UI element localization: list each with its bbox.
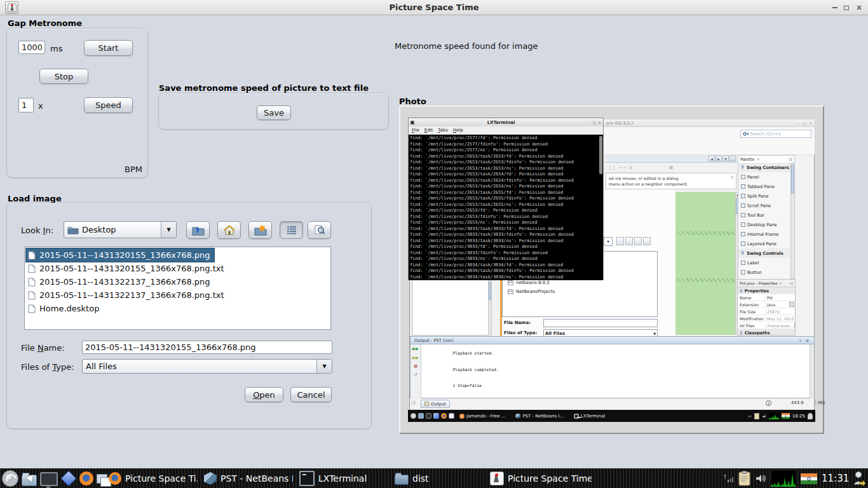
- photo-kite-icon: [433, 413, 439, 419]
- metronome-status-label: Metronome speed found for image: [395, 41, 538, 51]
- photo-desktop-icon: [426, 413, 431, 419]
- speed-button[interactable]: Speed: [84, 97, 133, 113]
- stop-button[interactable]: Stop: [39, 69, 88, 84]
- photo-clipboard-icon: [754, 413, 759, 419]
- photo-output-panel: Output - PST (run)× ⊕ ▶▶ ▶▶ ■ ↺ Playback…: [410, 336, 815, 398]
- firefox-launcher-icon[interactable]: [79, 471, 93, 485]
- clock[interactable]: 11:31: [822, 473, 848, 484]
- file-icon: [28, 304, 36, 313]
- file-manager-icon[interactable]: [22, 475, 37, 486]
- terminal-line: find: `/mnt/live/proc/2653/task/2653/fd'…: [410, 154, 602, 160]
- maximize-button[interactable]: [841, 0, 851, 15]
- photo-firefox-icon: [441, 413, 447, 419]
- files-of-type-combobox[interactable]: All Files ▼: [82, 359, 332, 374]
- taskbar-task-button[interactable]: LXTerminal: [299, 470, 388, 487]
- open-button[interactable]: Open: [245, 387, 283, 402]
- close-button[interactable]: ×: [854, 0, 864, 15]
- file-name: 2015-05-11--1431322137_1366x768.png: [39, 277, 210, 287]
- minimize-button[interactable]: [830, 0, 840, 15]
- task-label: Picture Space Time: [508, 473, 592, 484]
- photo-output-tab-button: Output: [421, 400, 450, 408]
- cpu-monitor-icon[interactable]: [771, 470, 796, 487]
- terminal-line: find: `/mnt/live/proc/2653/ns': Permissi…: [410, 220, 602, 226]
- photo-terminal-body: find: `/mnt/live/proc/2577/fd': Permissi…: [409, 135, 603, 280]
- start-button[interactable]: Start: [84, 40, 133, 56]
- palette-item: Panel: [738, 172, 795, 182]
- photo-chooser-button-1: [616, 237, 624, 245]
- save-button[interactable]: Save: [257, 105, 291, 120]
- rerun-icon: ▶▶: [412, 347, 419, 351]
- task-label: LXTerminal: [318, 473, 367, 484]
- ms-label: ms: [50, 44, 62, 53]
- new-folder-icon: [254, 224, 267, 236]
- photo-hint-box: ed via mouse, or edited in a dialog. men…: [606, 173, 736, 189]
- file-item[interactable]: 2015-05-11--1431320155_1366x768.png: [26, 248, 214, 262]
- tab-list-icon: ▼: [722, 156, 729, 161]
- output-line: Playback completed.: [424, 362, 810, 377]
- terminal-line: find: `/mnt/live/proc/2577/ns': Permissi…: [410, 147, 602, 154]
- taskbar-task-button[interactable]: Picture Space Time: [490, 470, 592, 487]
- file-item[interactable]: 2015-05-11--1431322137_1366x768.png.txt: [26, 288, 228, 302]
- file-name-input[interactable]: [82, 341, 332, 354]
- details-view-icon: [314, 225, 325, 235]
- details-view-button[interactable]: [308, 221, 331, 239]
- multiplier-label: x: [38, 101, 43, 111]
- minimize-icon: [832, 7, 837, 8]
- property-row: Extension java…: [738, 301, 795, 308]
- photo-filemanager-icon: [418, 413, 424, 419]
- terminal-line: find: `/mnt/live/proc/2577/fd': Permissi…: [410, 135, 602, 142]
- palette-item-icon: [741, 203, 745, 208]
- up-folder-button[interactable]: [186, 221, 210, 239]
- palette-item-icon: [741, 222, 745, 227]
- home-button[interactable]: [217, 221, 241, 239]
- photo-chooser-button-2: [625, 237, 633, 245]
- file-item[interactable]: Home.desktop: [26, 302, 103, 315]
- taskbar-task-button[interactable]: dist: [395, 470, 484, 487]
- palette-item-icon: [741, 241, 745, 246]
- logout-icon[interactable]: [853, 470, 865, 487]
- taskbar-launchers: [0, 470, 109, 487]
- refresh-icon: ↺: [414, 373, 417, 377]
- photo-form-green-panel: [675, 192, 735, 335]
- photo-title: Photo: [399, 97, 426, 106]
- palette-item: Tabbed Pane: [738, 182, 795, 191]
- list-view-button[interactable]: [280, 221, 303, 239]
- cancel-button[interactable]: Cancel: [290, 387, 332, 402]
- task-label: PST - NetBeans I...: [220, 473, 293, 484]
- multiplier-field[interactable]: [18, 98, 34, 112]
- palette-item: Internal Frame: [738, 229, 795, 239]
- files-of-type-label: Files of Type:: [21, 362, 74, 372]
- look-in-combobox[interactable]: Desktop ▼: [64, 221, 177, 238]
- keyboard-layout-flag-icon[interactable]: [801, 473, 817, 484]
- show-desktop-icon[interactable]: [40, 472, 58, 486]
- photo-chooser-file-name-label: File Name:: [504, 320, 531, 325]
- terminal-line: find: `/mnt/live/proc/2653/task/2655/fd'…: [410, 190, 602, 196]
- palette-item-icon: [741, 232, 745, 236]
- volume-icon[interactable]: [755, 473, 766, 484]
- terminal-line: find: `/mnt/live/proc/3033/fdinfo': Perm…: [410, 250, 602, 257]
- photo-terminal-title: LXTerminal: [414, 120, 588, 125]
- file-item[interactable]: 2015-05-11--1431322137_1366x768.png: [26, 275, 214, 288]
- maximize-icon: [844, 6, 849, 10]
- taskbar-task-button[interactable]: PST - NetBeans I...: [204, 470, 293, 487]
- photo-chooser-type-label: Files of Type:: [504, 330, 537, 336]
- palette-item-icon: [741, 213, 745, 217]
- property-row: File Size 25970…: [738, 308, 795, 315]
- new-folder-button[interactable]: [248, 221, 272, 239]
- lxde-menu-icon[interactable]: [2, 470, 18, 487]
- network-signal-icon[interactable]: [722, 474, 734, 483]
- terminal-line: find: `/mnt/live/proc/2653/fdinfo': Perm…: [410, 214, 602, 220]
- look-in-label: Look In:: [21, 226, 53, 235]
- terminal-line: find: `/mnt/live/proc/3033/task/3033/fdi…: [410, 232, 602, 238]
- photo-terminal-menubar: File Edit Tabs Help: [409, 126, 603, 135]
- look-in-dropdown-arrow-icon: ▼: [161, 222, 176, 238]
- task-icon: [299, 471, 315, 486]
- kite-launcher-icon[interactable]: [60, 470, 76, 486]
- photo-menu-icon: [410, 413, 416, 419]
- output-tab-icon: [424, 402, 429, 406]
- clipboard-icon[interactable]: [738, 471, 750, 486]
- interval-ms-field[interactable]: [18, 41, 45, 54]
- output-line: Playback started.: [424, 394, 810, 398]
- taskbar-task-button[interactable]: Picture Space Ti...: [109, 470, 198, 487]
- file-item[interactable]: 2015-05-11--1431320155_1366x768.png.txt: [26, 262, 228, 275]
